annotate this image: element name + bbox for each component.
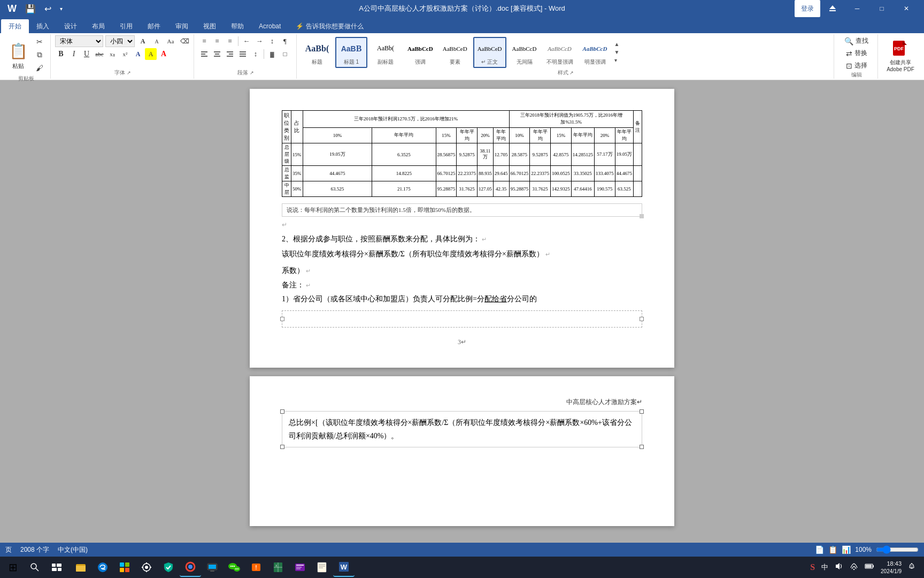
font-color-button[interactable]: A	[158, 48, 170, 60]
tab-tell-me[interactable]: ⚡ 告诉我你想要做什么	[288, 19, 371, 33]
close-button[interactable]: ✕	[894, 0, 919, 17]
bold-button[interactable]: B	[55, 48, 67, 60]
quick-arrow-btn[interactable]: ▾	[58, 5, 65, 13]
taskbar-excel[interactable]: X	[267, 558, 289, 577]
zoom-slider[interactable]	[876, 546, 919, 553]
replace-button[interactable]: ⇄ 替换	[844, 48, 869, 59]
case-button[interactable]: Aa	[165, 35, 176, 47]
styles-scroll-down[interactable]: ▼	[614, 49, 620, 55]
view-web-icon[interactable]: 📋	[828, 545, 837, 554]
taskbar-shield[interactable]	[158, 558, 179, 577]
superscript-button[interactable]: x²	[119, 48, 131, 60]
align-left-button[interactable]	[198, 48, 210, 60]
find-button[interactable]: 🔍 查找	[842, 35, 871, 47]
taskbar-apps[interactable]	[114, 558, 135, 577]
tab-acrobat[interactable]: Acrobat	[251, 19, 288, 33]
taskbar-remote[interactable]	[202, 558, 223, 577]
document-area[interactable]: 职位类别 占比 三年2018年预计利润1270.5万，比2016年增加21% 三…	[0, 80, 924, 543]
view-outline-icon[interactable]: 📊	[842, 545, 851, 554]
tab-view[interactable]: 视图	[196, 19, 224, 33]
taskbar-settings[interactable]	[136, 558, 157, 577]
font-grow-button[interactable]: A	[137, 35, 149, 47]
sort-button[interactable]: ↕	[266, 35, 278, 47]
systray-battery[interactable]	[863, 562, 876, 573]
login-button[interactable]: 登录	[795, 0, 820, 17]
align-right-button[interactable]	[224, 48, 236, 60]
taskbar-chrome[interactable]	[180, 558, 201, 577]
borders-button[interactable]: □	[279, 48, 291, 60]
style-subtle-emphasis[interactable]: AaBbCcD 不明显强调	[543, 37, 577, 67]
notification-icon[interactable]	[906, 561, 918, 573]
start-button[interactable]: ⊞	[2, 558, 24, 577]
taskbar-antivirus[interactable]: !	[245, 558, 267, 577]
taskbar-edge[interactable]	[92, 558, 113, 577]
highlight-button[interactable]: A	[145, 48, 157, 60]
select-button[interactable]: ⊡ 选择	[844, 60, 869, 71]
create-pdf-button[interactable]: PDF 创建共享 Adobe PDF	[883, 39, 918, 73]
tab-mailings[interactable]: 邮件	[140, 19, 168, 33]
text-effect-button[interactable]: A	[132, 48, 144, 60]
numbering-button[interactable]: ≡	[211, 35, 223, 47]
subscript-button[interactable]: x₂	[106, 48, 118, 60]
style-normal[interactable]: AaBbCeD ↵ 正文	[473, 37, 506, 68]
taskview-button[interactable]	[46, 558, 67, 577]
tab-insert[interactable]: 插入	[29, 19, 57, 33]
style-key[interactable]: AaBbCeD 要素	[439, 37, 471, 67]
taskbar-word[interactable]: W	[333, 558, 355, 577]
tab-help[interactable]: 帮助	[224, 19, 251, 33]
taskbar-news[interactable]	[289, 558, 311, 577]
taskbar: ⊞ ! X W S 中	[0, 557, 924, 578]
decrease-indent-button[interactable]: ←	[241, 35, 252, 47]
style-subtitle[interactable]: AaBb( 副标题	[369, 37, 402, 67]
tab-design[interactable]: 设计	[57, 19, 84, 33]
line-spacing-button[interactable]: ↕	[250, 48, 261, 60]
bullets-button[interactable]: ≡	[198, 35, 210, 47]
tab-review[interactable]: 审阅	[168, 19, 196, 33]
search-button[interactable]	[24, 558, 45, 577]
section-2-heading[interactable]: 2、根据分成参与职位，按照薪酬系数来分配，具体比例为： ↵	[282, 234, 642, 244]
multilevel-button[interactable]: ≡	[224, 35, 236, 47]
font-size-dropdown[interactable]: 小四	[105, 35, 135, 47]
note-1-text[interactable]: 1）省分公司（或各区域中心和加盟店）负责人可分配比例=分配给省分公司的	[282, 292, 642, 306]
align-center-button[interactable]	[211, 48, 223, 60]
taskbar-wechat[interactable]	[224, 558, 245, 577]
style-emphasis[interactable]: AaBbCcD 强调	[404, 37, 437, 67]
quick-undo-btn[interactable]: ↩	[42, 3, 53, 15]
style-intense-emphasis[interactable]: AaBbCcD 明显强调	[579, 37, 611, 67]
taskbar-notepad[interactable]	[311, 558, 333, 577]
maximize-button[interactable]: □	[869, 0, 894, 17]
view-print-icon[interactable]: 📄	[815, 545, 824, 554]
cut-button[interactable]: ✂	[32, 35, 47, 48]
quick-save-btn[interactable]: 💾	[23, 3, 38, 15]
systray-sound[interactable]	[833, 561, 845, 573]
increase-indent-button[interactable]: →	[253, 35, 265, 47]
font-shrink-button[interactable]: A	[151, 35, 163, 47]
show-marks-button[interactable]: ¶	[279, 35, 291, 47]
systray-network[interactable]	[848, 561, 860, 573]
taskbar-explorer[interactable]	[70, 558, 91, 577]
shading-button[interactable]: ▓	[266, 48, 278, 60]
formula-1[interactable]: 该职位年度绩效考核得分×薪酬系数/Σ（所有职位年度绩效考核得分×薪酬系数） ↵	[282, 247, 642, 261]
systray-input[interactable]: 中	[819, 561, 830, 573]
tab-home[interactable]: 开始	[1, 19, 29, 33]
style-heading[interactable]: AaBb( 标题	[301, 37, 333, 67]
ribbon-toggle-btn[interactable]	[820, 0, 845, 17]
style-no-spacing[interactable]: AaBbCcD 无间隔	[509, 37, 541, 67]
systray-s[interactable]: S	[808, 561, 817, 573]
systray-datetime[interactable]: 18:43 2024/1/9	[879, 560, 904, 574]
format-painter-button[interactable]: 🖌	[32, 62, 47, 75]
styles-scroll-up[interactable]: ▲	[614, 41, 620, 47]
tab-layout[interactable]: 布局	[84, 19, 112, 33]
copy-button[interactable]: ⧉	[32, 49, 47, 62]
font-name-dropdown[interactable]: 宋体	[55, 35, 103, 47]
strikethrough-button[interactable]: abc	[94, 48, 105, 60]
paste-button[interactable]: 📋 粘贴	[5, 40, 31, 71]
styles-more[interactable]: ▾	[614, 57, 620, 63]
justify-button[interactable]	[237, 48, 249, 60]
italic-button[interactable]: I	[68, 48, 80, 60]
clear-format-button[interactable]: ⌫	[179, 35, 190, 47]
underline-button[interactable]: U	[81, 48, 93, 60]
minimize-button[interactable]: ─	[845, 0, 869, 17]
tab-references[interactable]: 引用	[112, 19, 140, 33]
style-heading1[interactable]: AaBB 标题 1	[335, 37, 367, 68]
